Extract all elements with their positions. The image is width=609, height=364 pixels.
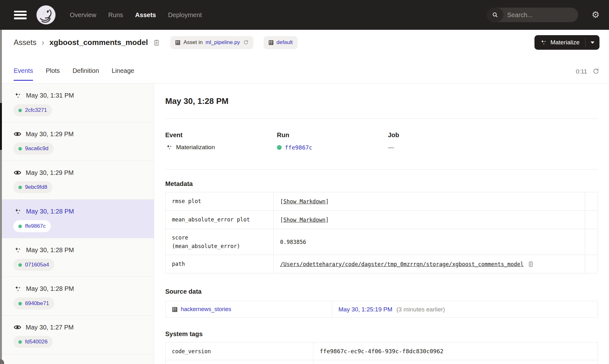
run-id-chip[interactable]: 071605a4 xyxy=(13,259,54,271)
event-list: May 30, 1:31 PM 2cfc3271 May 30, 1:29 PM… xyxy=(0,84,154,364)
event-detail-panel: May 30, 1:28 PM Event Materialization Ru… xyxy=(154,84,609,364)
breadcrumb: Assets › xgboost_comments_model Asset in… xyxy=(0,30,609,55)
run-column-label: Run xyxy=(277,131,388,139)
event-list-item[interactable]: May 30, 1:28 PM 6940be71 xyxy=(0,277,154,316)
event-list-item[interactable]: May 30, 1:29 PM 9aca6c9d xyxy=(0,122,154,161)
run-id-link[interactable]: 9ebc9fd8 xyxy=(25,184,47,190)
page-header: Assets › xgboost_comments_model Asset in… xyxy=(0,30,609,84)
tab-plots[interactable]: Plots xyxy=(46,67,60,81)
run-id-link[interactable]: 9aca6c9d xyxy=(25,145,49,152)
materialization-sparkle-icon xyxy=(13,91,22,100)
run-status-dot xyxy=(277,145,282,150)
materialize-dropdown-button[interactable] xyxy=(586,35,599,50)
metadata-key: rmse plot xyxy=(172,197,201,205)
run-id-link[interactable]: fd540026 xyxy=(25,339,48,345)
run-id-link[interactable]: 2cfc3271 xyxy=(25,107,47,113)
event-list-item-selected[interactable]: May 30, 1:28 PM ffe9867c xyxy=(0,200,154,238)
table-row: rmse plot [Show Markdown] xyxy=(166,192,598,211)
table-row: mean_absolute_error plot [Show Markdown] xyxy=(166,211,598,229)
event-list-item[interactable]: May 30, 1:31 PM 2cfc3271 xyxy=(0,84,154,122)
event-timestamp: May 30, 1:29 PM xyxy=(26,131,74,138)
nav-assets[interactable]: Assets xyxy=(135,11,156,19)
reload-code-location-icon[interactable] xyxy=(243,40,249,45)
system-tags-heading: System tags xyxy=(165,330,598,338)
run-id-link[interactable]: ffe9867c xyxy=(25,223,46,229)
metadata-key: mean_absolute_error plot xyxy=(172,215,250,224)
run-id-chip[interactable]: fd540026 xyxy=(13,336,53,348)
copy-asset-name-icon[interactable] xyxy=(153,39,160,46)
event-timestamp: May 30, 1:29 PM xyxy=(26,169,74,176)
source-observation-time-link[interactable]: May 30, 1:25:19 PM xyxy=(338,306,392,313)
table-row xyxy=(166,360,598,364)
group-default-link[interactable]: default xyxy=(277,39,293,46)
event-timestamp: May 30, 1:28 PM xyxy=(26,285,74,292)
source-asset-link[interactable]: hackernews_stories xyxy=(181,306,231,313)
bracket: [ xyxy=(280,198,283,205)
metadata-value: 0.983856 xyxy=(280,239,306,245)
event-type-value: Materialization xyxy=(176,144,215,151)
table-row: score (mean_absolute_error) 0.983856 xyxy=(166,229,598,255)
breadcrumb-assets-link[interactable]: Assets xyxy=(14,38,36,47)
run-id-link[interactable]: ffe9867c xyxy=(285,144,312,151)
run-id-link[interactable]: 071605a4 xyxy=(25,262,49,268)
tab-lineage[interactable]: Lineage xyxy=(112,67,134,81)
pipeline-file-link[interactable]: ml_pipeline.py xyxy=(206,39,240,46)
materialization-sparkle-icon xyxy=(165,144,173,151)
primary-nav: Overview Runs Assets Deployment xyxy=(70,11,202,19)
dagster-logo[interactable] xyxy=(36,5,56,25)
tab-events[interactable]: Events xyxy=(14,67,33,81)
asset-grid-icon xyxy=(172,307,178,312)
run-status-dot xyxy=(18,109,22,112)
asset-tabs: Events Plots Definition Lineage 0:11 xyxy=(0,55,609,83)
observation-eye-icon xyxy=(13,130,22,138)
run-status-dot xyxy=(18,147,22,150)
top-nav: Overview Runs Assets Deployment / ⚙ xyxy=(0,0,609,30)
event-list-item[interactable]: May 30, 1:27 PM fd540026 xyxy=(0,316,154,354)
metadata-key: path xyxy=(172,260,185,268)
page-title: xgboost_comments_model xyxy=(49,38,148,47)
nav-runs[interactable]: Runs xyxy=(108,11,123,19)
source-data-heading: Source data xyxy=(165,288,598,295)
path-link[interactable]: /Users/odetteharary/code/dagster/tmp_0mz… xyxy=(280,261,524,267)
run-id-link[interactable]: 6940be71 xyxy=(25,300,49,307)
global-search[interactable]: / xyxy=(487,8,578,22)
copy-path-icon[interactable] xyxy=(527,261,534,267)
system-tag-value: ffe9867c-ec9c-4f06-939c-f8dc830c0962 xyxy=(320,348,443,354)
materialize-button[interactable]: Materialize xyxy=(534,35,585,50)
tab-definition[interactable]: Definition xyxy=(73,67,99,81)
observation-eye-icon xyxy=(13,323,22,331)
system-tags-table: code_version ffe9867c-ec9c-4f06-939c-f8d… xyxy=(165,342,598,364)
run-status-dot xyxy=(18,225,22,228)
event-timestamp: May 30, 1:27 PM xyxy=(26,324,74,331)
job-value: — xyxy=(388,144,394,151)
search-input[interactable] xyxy=(503,11,578,19)
materialization-sparkle-icon xyxy=(13,284,22,293)
run-id-chip[interactable]: ffe9867c xyxy=(13,220,51,232)
materialize-label: Materialize xyxy=(550,39,580,46)
event-list-item[interactable]: May 30, 1:28 PM 071605a4 xyxy=(0,238,154,277)
run-id-chip[interactable]: 6940be71 xyxy=(13,297,54,310)
run-id-chip[interactable]: 9aca6c9d xyxy=(13,143,54,155)
nav-deployment[interactable]: Deployment xyxy=(168,11,202,19)
hamburger-menu-icon[interactable] xyxy=(14,11,27,19)
show-markdown-link[interactable]: Show Markdown xyxy=(283,198,325,205)
run-status-dot xyxy=(18,340,22,344)
source-data-table: hackernews_stories May 30, 1:25:19 PM (3… xyxy=(165,301,598,318)
event-timestamp: May 30, 1:28 PM xyxy=(26,246,74,254)
event-list-item[interactable]: May 30, 1:29 PM 9ebc9fd8 xyxy=(0,161,154,200)
nav-overview[interactable]: Overview xyxy=(70,11,96,19)
table-row: path /Users/odetteharary/code/dagster/tm… xyxy=(166,255,598,273)
bracket: ] xyxy=(325,198,329,205)
show-markdown-link[interactable]: Show Markdown xyxy=(283,217,325,223)
materialization-sparkle-icon xyxy=(13,207,22,216)
run-id-chip[interactable]: 9ebc9fd8 xyxy=(13,181,52,193)
bracket: [ xyxy=(280,217,283,223)
run-id-chip[interactable]: 2cfc3271 xyxy=(13,104,52,116)
refresh-icon[interactable] xyxy=(592,68,599,75)
gear-icon[interactable]: ⚙ xyxy=(592,10,599,19)
breadcrumb-separator: › xyxy=(42,38,44,48)
poll-timer: 0:11 xyxy=(576,68,587,75)
group-pill: default xyxy=(264,36,298,49)
bracket: ] xyxy=(325,217,329,223)
event-column-label: Event xyxy=(165,131,277,139)
